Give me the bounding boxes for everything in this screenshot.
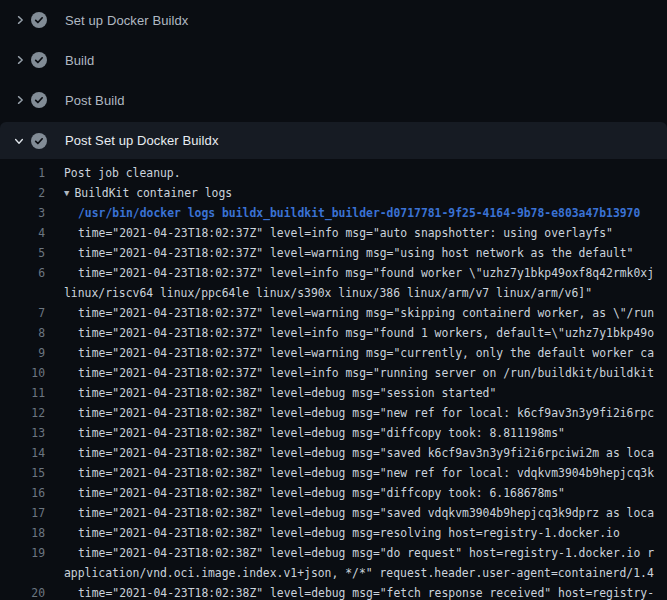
log-line-text: time="2021-04-23T18:02:37Z" level=warnin… bbox=[78, 343, 654, 363]
log-line: 7 time="2021-04-23T18:02:37Z" level=warn… bbox=[0, 303, 667, 323]
log-line-text: time="2021-04-23T18:02:37Z" level=info m… bbox=[78, 263, 654, 283]
step-header-post-build[interactable]: Post Build bbox=[0, 80, 667, 120]
log-line: linux/riscv64 linux/ppc64le linux/s390x … bbox=[0, 283, 667, 303]
log-line-text: time="2021-04-23T18:02:38Z" level=debug … bbox=[78, 543, 654, 563]
log-line-text: time="2021-04-23T18:02:37Z" level=info m… bbox=[78, 323, 654, 343]
log-line-text: time="2021-04-23T18:02:37Z" level=warnin… bbox=[78, 243, 633, 263]
check-circle-icon bbox=[31, 92, 47, 108]
log-line-number[interactable]: 7 bbox=[0, 303, 45, 323]
check-circle-icon bbox=[31, 133, 47, 149]
log-line: 16 time="2021-04-23T18:02:38Z" level=deb… bbox=[0, 483, 667, 503]
log-line-number[interactable]: 15 bbox=[0, 463, 45, 483]
log-line: 12 time="2021-04-23T18:02:38Z" level=deb… bbox=[0, 403, 667, 423]
chevron-right-icon bbox=[13, 14, 26, 27]
log-line: 10 time="2021-04-23T18:02:37Z" level=inf… bbox=[0, 363, 667, 383]
log-line-number[interactable]: 1 bbox=[0, 163, 45, 183]
log-line-text: time="2021-04-23T18:02:37Z" level=info m… bbox=[78, 363, 654, 383]
log-line-text: time="2021-04-23T18:02:38Z" level=debug … bbox=[78, 483, 565, 503]
log-line-text: time="2021-04-23T18:02:38Z" level=debug … bbox=[78, 523, 620, 543]
log-line-text: Post job cleanup. bbox=[64, 163, 181, 183]
log-line: 2 ▼BuildKit container logs bbox=[0, 183, 667, 203]
log-line-number[interactable]: 17 bbox=[0, 503, 45, 523]
log-line: 1 Post job cleanup. bbox=[0, 163, 667, 183]
log-line-number[interactable]: 13 bbox=[0, 423, 45, 443]
log-line-number[interactable]: 18 bbox=[0, 523, 45, 543]
log-line-number[interactable]: 8 bbox=[0, 323, 45, 343]
log-line: 11 time="2021-04-23T18:02:38Z" level=deb… bbox=[0, 383, 667, 403]
log-line: 19 time="2021-04-23T18:02:38Z" level=deb… bbox=[0, 543, 667, 563]
log-line: 5 time="2021-04-23T18:02:37Z" level=warn… bbox=[0, 243, 667, 263]
log-line: 18 time="2021-04-23T18:02:38Z" level=deb… bbox=[0, 523, 667, 543]
log-line-text: time="2021-04-23T18:02:38Z" level=debug … bbox=[78, 503, 654, 523]
log-line-number[interactable]: 4 bbox=[0, 223, 45, 243]
log-line-text: time="2021-04-23T18:02:38Z" level=debug … bbox=[78, 383, 496, 403]
log-line-text: /usr/bin/docker logs buildx_buildkit_bui… bbox=[78, 203, 640, 223]
log-line-number[interactable]: 11 bbox=[0, 383, 45, 403]
steps-list: Set up Docker Buildx Build Post Build Po… bbox=[0, 0, 667, 159]
step-header-set-up-docker-buildx[interactable]: Set up Docker Buildx bbox=[0, 0, 667, 40]
log-line: 17 time="2021-04-23T18:02:38Z" level=deb… bbox=[0, 503, 667, 523]
step-title: Set up Docker Buildx bbox=[65, 13, 188, 28]
chevron-right-icon bbox=[13, 94, 26, 107]
log-line-text: time="2021-04-23T18:02:38Z" level=debug … bbox=[78, 403, 654, 423]
chevron-down-icon bbox=[13, 134, 26, 147]
log-line-number[interactable]: 20 bbox=[0, 583, 45, 600]
step-title: Post Build bbox=[65, 93, 125, 108]
chevron-right-icon bbox=[13, 54, 26, 67]
step-title: Build bbox=[65, 53, 94, 68]
log-line-number[interactable]: 16 bbox=[0, 483, 45, 503]
log-line-text: time="2021-04-23T18:02:38Z" level=debug … bbox=[78, 583, 654, 600]
check-circle-icon bbox=[31, 52, 47, 68]
log-line-text: time="2021-04-23T18:02:38Z" level=debug … bbox=[78, 463, 654, 483]
log-line: 14 time="2021-04-23T18:02:38Z" level=deb… bbox=[0, 443, 667, 463]
log-line-text: linux/riscv64 linux/ppc64le linux/s390x … bbox=[64, 283, 592, 303]
log-line-number[interactable]: 19 bbox=[0, 543, 45, 563]
log-line-number[interactable]: 3 bbox=[0, 203, 45, 223]
log-line-number[interactable]: 14 bbox=[0, 443, 45, 463]
log-line-number[interactable]: 12 bbox=[0, 403, 45, 423]
log-line-number[interactable]: 6 bbox=[0, 263, 45, 283]
log-line-text: time="2021-04-23T18:02:38Z" level=debug … bbox=[78, 443, 654, 463]
log-line-text: application/vnd.oci.image.index.v1+json,… bbox=[64, 563, 654, 583]
log-line-number[interactable]: 9 bbox=[0, 343, 45, 363]
step-title: Post Set up Docker Buildx bbox=[65, 133, 219, 148]
log-line-text: time="2021-04-23T18:02:38Z" level=debug … bbox=[78, 423, 565, 443]
log-line: application/vnd.oci.image.index.v1+json,… bbox=[0, 563, 667, 583]
log-line: 9 time="2021-04-23T18:02:37Z" level=warn… bbox=[0, 343, 667, 363]
log-line: 4 time="2021-04-23T18:02:37Z" level=info… bbox=[0, 223, 667, 243]
log-line: 13 time="2021-04-23T18:02:38Z" level=deb… bbox=[0, 423, 667, 443]
log-line: 8 time="2021-04-23T18:02:37Z" level=info… bbox=[0, 323, 667, 343]
log-line-number[interactable]: 5 bbox=[0, 243, 45, 263]
log-line: 6 time="2021-04-23T18:02:37Z" level=info… bbox=[0, 263, 667, 283]
log-line-text: time="2021-04-23T18:02:37Z" level=warnin… bbox=[78, 303, 654, 323]
log-line: 20 time="2021-04-23T18:02:38Z" level=deb… bbox=[0, 583, 667, 600]
log-line-number[interactable]: 2 bbox=[0, 183, 45, 203]
log-area: 1 Post job cleanup. 2 ▼BuildKit containe… bbox=[0, 163, 667, 600]
check-circle-icon bbox=[31, 12, 47, 28]
log-line-text: BuildKit container logs bbox=[74, 183, 232, 203]
log-line: 15 time="2021-04-23T18:02:38Z" level=deb… bbox=[0, 463, 667, 483]
step-header-post-set-up-docker-buildx[interactable]: Post Set up Docker Buildx bbox=[0, 122, 667, 159]
log-line: 3 /usr/bin/docker logs buildx_buildkit_b… bbox=[0, 203, 667, 223]
log-line-number[interactable]: 10 bbox=[0, 363, 45, 383]
step-header-build[interactable]: Build bbox=[0, 40, 667, 80]
log-line-text: time="2021-04-23T18:02:37Z" level=info m… bbox=[78, 223, 613, 243]
triangle-down-icon[interactable]: ▼ bbox=[64, 183, 69, 203]
